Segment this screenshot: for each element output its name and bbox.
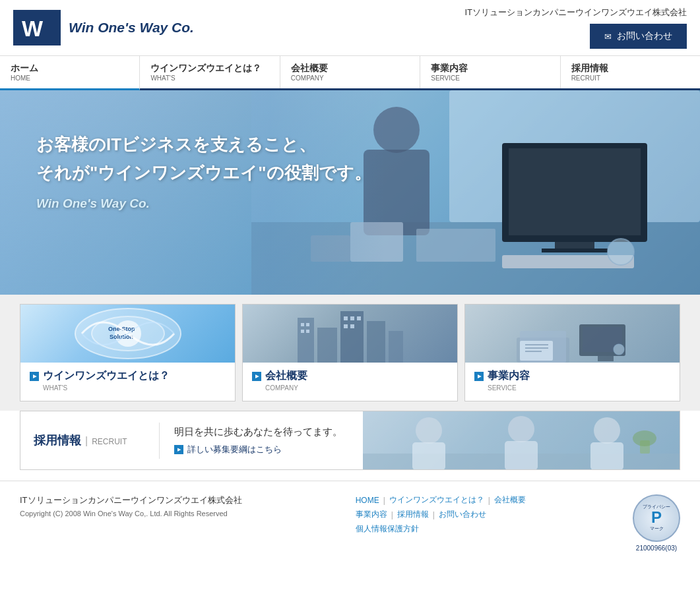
card-service-arrow: ▶: [474, 372, 484, 381]
nav-item-service[interactable]: 事業内容 SERVICE: [420, 56, 560, 88]
footer-copyright: Copyright (C) 2008 Win One's Way Co,. Lt…: [20, 510, 242, 517]
card-whats[interactable]: One-Stop Solution ▶ ウインワンズウエイとは？ WHAT'S: [20, 304, 236, 401]
logo-w-svg: W: [20, 15, 53, 40]
svg-rect-12: [416, 229, 495, 262]
card-whats-body: ▶ ウインワンズウエイとは？ WHAT'S: [20, 363, 235, 401]
footer-left: ITソリューションカンパニーウインワンズウエイ株式会社 Copyright (C…: [20, 494, 242, 517]
onestop-svg: One-Stop Solution: [62, 305, 194, 363]
recruit-link-text: 詳しい募集要綱はこちら: [187, 444, 282, 456]
nav-main-whats: ウインワンズウエイとは？: [150, 63, 269, 74]
card-service-image: [465, 305, 680, 363]
nav-main-service: 事業内容: [431, 63, 549, 74]
card-company[interactable]: ▶ 会社概要 COMPANY: [242, 304, 458, 401]
header: W Win One's Way Co. ITソリューションカンパニーウインワンズ…: [0, 0, 700, 56]
header-right: ITソリューションカンパニーウインワンズウエイ株式会社 ✉ お問い合わせ: [464, 7, 687, 49]
svg-text:W: W: [22, 16, 44, 40]
hero-banner: お客様のITビジネスを支えること、 それが"ウインワンズウエイ"の役割です。 W…: [0, 90, 700, 295]
privacy-badge-mark: マーク: [650, 525, 664, 532]
svg-rect-26: [306, 323, 309, 326]
recruit-divider: |: [85, 435, 88, 447]
nav-item-home[interactable]: ホーム HOME: [0, 56, 140, 90]
footer: ITソリューションカンパニーウインワンズウエイ株式会社 Copyright (C…: [0, 481, 700, 565]
card-company-subtitle: COMPANY: [265, 384, 448, 392]
svg-rect-23: [367, 321, 385, 363]
nav-item-company[interactable]: 会社概要 COMPANY: [280, 56, 420, 88]
nav-sub-home: HOME: [11, 74, 129, 82]
hero-line2: それが"ウインワンズウエイ"の役割です。: [36, 162, 371, 185]
nav-item-recruit[interactable]: 採用情報 RECRUIT: [561, 56, 700, 88]
nav-sub-whats: WHAT'S: [150, 74, 269, 82]
card-service[interactable]: ▶ 事業内容 SERVICE: [464, 304, 680, 401]
svg-point-14: [608, 239, 634, 265]
svg-rect-21: [317, 328, 337, 363]
nav-main-home: ホーム: [11, 63, 129, 74]
recruit-catchphrase: 明日を共に歩むあなたを待ってます。: [174, 426, 348, 438]
nav-main-company: 会社概要: [291, 63, 409, 74]
card-company-image: [243, 305, 457, 363]
nav-main-recruit: 採用情報: [571, 63, 689, 74]
nav-item-whats[interactable]: ウインワンズウエイとは？ WHAT'S: [140, 56, 280, 88]
footer-link-privacy[interactable]: 個人情報保護方針: [356, 524, 419, 533]
recruit-subtitle-text: RECRUIT: [92, 437, 127, 446]
svg-point-53: [633, 430, 656, 446]
footer-links-row2: 事業内容 | 採用情報 | お問い合わせ: [356, 509, 526, 520]
hero-text-block: お客様のITビジネスを支えること、 それが"ウインワンズウエイ"の役割です。 W…: [36, 133, 371, 211]
email-icon: ✉: [604, 32, 612, 42]
svg-rect-5: [509, 148, 641, 235]
footer-link-recruit[interactable]: 採用情報: [397, 509, 429, 520]
recruit-link-row[interactable]: ▶ 詳しい募集要綱はこちら: [174, 444, 348, 456]
privacy-badge-number: 21000966(03): [636, 545, 677, 552]
footer-link-contact[interactable]: お問い合わせ: [439, 509, 486, 520]
svg-rect-33: [350, 324, 354, 328]
recruit-photo-svg: [363, 411, 680, 470]
contact-button[interactable]: ✉ お問い合わせ: [590, 24, 687, 49]
company-svg: [284, 305, 416, 363]
footer-link-home[interactable]: HOME: [356, 496, 379, 505]
nav-sub-recruit: RECRUIT: [571, 74, 689, 82]
svg-rect-24: [389, 331, 403, 363]
card-service-subtitle: SERVICE: [488, 384, 670, 392]
card-whats-arrow: ▶: [30, 372, 39, 381]
footer-right: プライバシー P マーク 21000966(03): [633, 494, 680, 552]
logo-icon: W: [13, 10, 61, 45]
svg-rect-27: [301, 330, 304, 333]
svg-rect-38: [598, 356, 614, 361]
nav-bar: ホーム HOME ウインワンズウエイとは？ WHAT'S 会社概要 COMPAN…: [0, 56, 700, 90]
logo-text: Win One's Way Co.: [69, 20, 194, 36]
card-service-body: ▶ 事業内容 SERVICE: [465, 363, 680, 401]
svg-rect-51: [590, 442, 623, 470]
card-company-arrow: ▶: [252, 372, 261, 381]
svg-rect-42: [525, 351, 542, 352]
footer-link-service[interactable]: 事業内容: [356, 509, 387, 520]
hero-line3: Win One's Way Co.: [36, 196, 371, 211]
recruit-info: 明日を共に歩むあなたを待ってます。 ▶ 詳しい募集要綱はこちら: [160, 426, 363, 456]
svg-rect-49: [505, 441, 538, 470]
card-whats-image: One-Stop Solution: [20, 305, 235, 363]
company-name-header: ITソリューションカンパニーウインワンズウエイ株式会社: [464, 7, 687, 18]
svg-rect-30: [350, 316, 354, 320]
svg-point-46: [416, 417, 442, 444]
footer-link-whats[interactable]: ウインワンズウエイとは？: [389, 494, 484, 506]
footer-company: ITソリューションカンパニーウインワンズウエイ株式会社: [20, 494, 242, 506]
svg-rect-31: [357, 316, 361, 320]
svg-rect-20: [298, 318, 314, 363]
svg-rect-25: [301, 323, 304, 326]
logo: W Win One's Way Co.: [13, 10, 194, 45]
nav-sub-company: COMPANY: [291, 74, 409, 82]
svg-rect-7: [542, 249, 608, 252]
svg-rect-29: [344, 316, 348, 320]
recruit-title-text: 採用情報: [34, 432, 81, 448]
recruit-left: 採用情報 | RECRUIT: [20, 432, 159, 448]
recruit-title-block: 採用情報 | RECRUIT: [34, 432, 127, 448]
svg-rect-40: [525, 344, 548, 345]
recruit-bar[interactable]: 採用情報 | RECRUIT 明日を共に歩むあなたを待ってます。 ▶ 詳しい募集…: [20, 411, 680, 470]
svg-point-50: [594, 417, 620, 444]
card-company-body: ▶ 会社概要 COMPANY: [243, 363, 457, 401]
service-svg: [507, 305, 639, 363]
privacy-badge-p: P: [651, 510, 662, 525]
footer-link-company[interactable]: 会社概要: [494, 494, 526, 506]
footer-links-row3: 個人情報保護方針: [356, 523, 526, 535]
recruit-link-arrow: ▶: [174, 445, 183, 454]
footer-links-row1: HOME | ウインワンズウエイとは？ | 会社概要: [356, 494, 526, 506]
cards-section: One-Stop Solution ▶ ウインワンズウエイとは？ WHAT'S: [0, 295, 700, 411]
